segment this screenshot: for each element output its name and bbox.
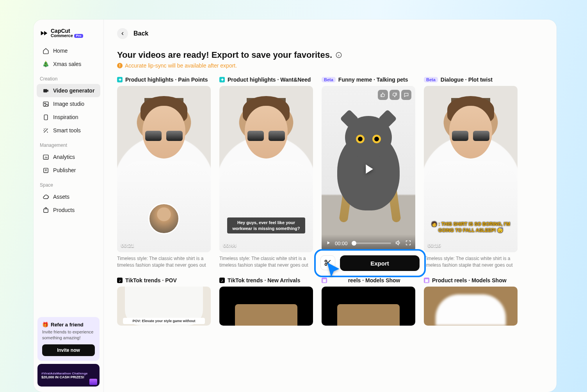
svg-rect-3 (44, 115, 48, 120)
warning-icon: ! (117, 63, 123, 68)
image-icon (42, 100, 49, 107)
tiktok-badge-icon: ♪ (117, 278, 123, 283)
section-management: Management (34, 137, 103, 150)
video-thumbnail[interactable] (322, 287, 415, 326)
video-thumbnail[interactable]: 00:00 (322, 86, 415, 252)
video-thumbnail[interactable] (424, 287, 518, 326)
video-thumbnail[interactable]: POV: Elevate your style game without (117, 287, 211, 326)
video-thumbnail[interactable]: 00:21 (117, 86, 211, 252)
svg-rect-1 (43, 102, 48, 106)
video-card: ▣ reels · Models Show (322, 277, 415, 326)
promo-gift-icon (89, 379, 97, 385)
hot-badge-icon: ✦ (219, 77, 225, 82)
video-thumbnail[interactable]: 🧑 : THIS SHIRT IS SO BORING, I'M GOING T… (424, 86, 518, 252)
tiktok-badge-icon: ♪ (219, 278, 225, 283)
promo-banner[interactable]: #ViralAdsMarathon Challenge $20,000 IN C… (37, 364, 100, 387)
nav-products[interactable]: Products (37, 203, 100, 217)
refer-card: 🎁Refer a friend Invite friends to experi… (37, 317, 100, 361)
video-grid: ✦ Product highlights · Pain Points 00:21… (117, 77, 557, 326)
video-card: Beta Funny meme · Talking pets (322, 77, 415, 269)
card-title: Dialogue · Plot twist (441, 77, 493, 83)
export-button[interactable]: Export (340, 255, 420, 271)
nav-label: Assets (53, 194, 69, 200)
breadcrumb: Back (117, 28, 557, 39)
svg-point-2 (44, 103, 45, 104)
inspiration-icon (42, 114, 49, 121)
beta-badge: Beta (424, 77, 438, 82)
video-icon (42, 87, 49, 94)
volume-icon[interactable] (395, 240, 401, 247)
nav-label: Analytics (53, 154, 75, 160)
hot-badge-icon: ✦ (117, 77, 123, 82)
cloud-icon (42, 193, 49, 200)
seek-bar[interactable] (352, 242, 391, 244)
notice-row: ! Accurate lip-sync will be available af… (117, 62, 557, 69)
fullscreen-icon[interactable] (405, 240, 411, 247)
refer-title: Refer a friend (51, 322, 84, 328)
chevron-left-icon (120, 31, 125, 36)
nav-xmas[interactable]: 🎄 Xmas sales (37, 57, 100, 71)
nav-home[interactable]: Home (37, 44, 100, 57)
nav-analytics[interactable]: Analytics (37, 150, 100, 164)
nav-label: Publisher (53, 167, 76, 173)
nav-assets[interactable]: Assets (37, 190, 100, 203)
card-description: Timeless style: The classic white shirt … (424, 255, 518, 269)
card-title: Product highlights · Want&Need (228, 77, 311, 83)
svg-rect-6 (43, 208, 48, 212)
duration-label: 00:21 (121, 242, 134, 248)
video-card: ♪TikTok trends · New Arrivals (219, 277, 313, 326)
nav-label: Smart tools (53, 127, 81, 134)
nav-inspiration[interactable]: Inspiration (37, 110, 100, 124)
svg-rect-0 (43, 89, 47, 93)
brand-line2: Commerce (51, 34, 73, 38)
play-button[interactable] (322, 86, 415, 252)
card-title: Product reels · Models Show (432, 277, 507, 283)
video-time: 00:00 (335, 241, 348, 246)
duration-label: 00:16 (428, 242, 441, 248)
analytics-icon (42, 153, 49, 160)
nav-label: Image studio (53, 101, 84, 107)
magic-icon (42, 127, 49, 134)
nav-label: Inspiration (53, 114, 78, 120)
gift-icon: 🎁 (42, 322, 48, 328)
nav-label: Home (53, 48, 68, 54)
beta-badge: Beta (322, 77, 336, 82)
duration-label: 00:44 (223, 242, 236, 248)
card-title: TikTok trends · POV (125, 277, 177, 283)
nav-image-studio[interactable]: Image studio (37, 97, 100, 110)
video-thumbnail[interactable]: Hey guys, ever feel like your workwear i… (219, 86, 313, 252)
sidebar: CapCut CommercePro Home 🎄 Xmas sales Cre… (34, 20, 104, 392)
back-button[interactable] (117, 28, 128, 39)
card-title: Product highlights · Pain Points (125, 77, 208, 83)
nav-label: Video generator (53, 87, 94, 94)
nav-smart-tools[interactable]: Smart tools (37, 124, 100, 137)
nav-label: Xmas sales (53, 61, 81, 67)
invite-button[interactable]: Invite now (42, 344, 95, 356)
info-icon[interactable] (335, 52, 342, 59)
cursor-icon (325, 261, 344, 280)
brand-pill: Pro (74, 34, 83, 38)
page-title: Your videos are ready! Export to save yo… (117, 50, 332, 60)
video-card: ♪TikTok trends · POV POV: Elevate your s… (117, 277, 211, 326)
video-card: Beta Dialogue · Plot twist 🧑 : THIS SHIR… (424, 77, 518, 269)
nav-publisher[interactable]: Publisher (37, 164, 100, 177)
video-card: ▣Product reels · Models Show (424, 277, 518, 326)
video-thumbnail[interactable] (219, 287, 313, 326)
app-logo: CapCut CommercePro (34, 28, 103, 44)
video-subtitle: Hey guys, ever feel like your workwear i… (227, 217, 305, 233)
promo-line1: #ViralAdsMarathon Challenge (41, 372, 96, 375)
video-caption: POV: Elevate your style game without (123, 318, 205, 324)
app-shell: CapCut CommercePro Home 🎄 Xmas sales Cre… (34, 20, 557, 392)
reels-badge-icon: ▣ (424, 278, 429, 283)
card-description: Timeless style: The classic white shirt … (219, 255, 313, 269)
section-creation: Creation (34, 71, 103, 84)
play-small-icon[interactable] (326, 240, 331, 247)
notice-text: Accurate lip-sync will be available afte… (125, 62, 237, 69)
logo-icon (40, 29, 48, 37)
tree-icon: 🎄 (42, 61, 49, 68)
refer-subtitle: Invite friends to experience something a… (42, 329, 95, 340)
back-label: Back (133, 30, 148, 37)
card-title: Funny meme · Talking pets (338, 77, 408, 83)
nav-video-generator[interactable]: Video generator (37, 84, 100, 97)
section-space: Space (34, 177, 103, 190)
